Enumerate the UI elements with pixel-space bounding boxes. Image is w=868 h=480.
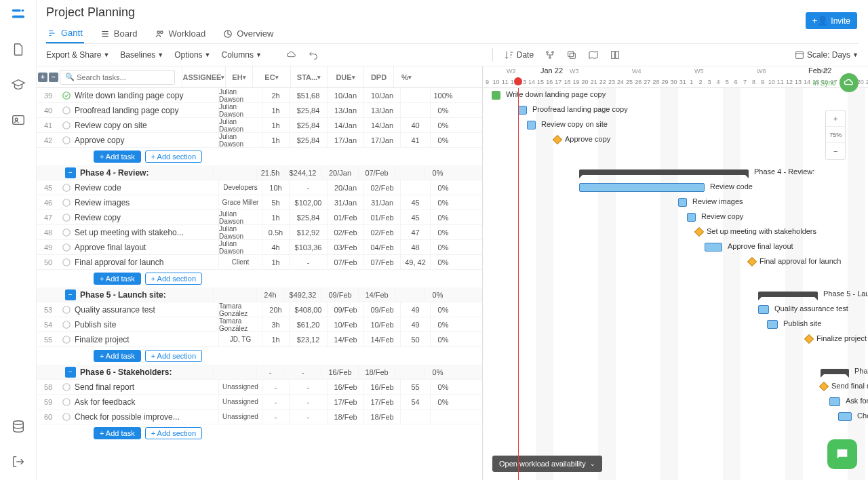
- task-status-icon[interactable]: [60, 320, 73, 329]
- gantt-bar[interactable]: [838, 412, 852, 421]
- add-task-button[interactable]: + Add task: [94, 350, 141, 362]
- task-name[interactable]: Write down landing page copy: [73, 91, 218, 100]
- gantt-milestone[interactable]: [553, 135, 562, 144]
- add-task-button[interactable]: + Add task: [94, 273, 141, 285]
- export-share-menu[interactable]: Export & Share▼: [46, 50, 109, 60]
- gantt-bar[interactable]: [492, 91, 500, 100]
- task-status-icon[interactable]: [60, 183, 73, 193]
- zoom-out-button[interactable]: −: [826, 143, 845, 159]
- gantt-bar[interactable]: [687, 213, 696, 222]
- col-ec[interactable]: EC▾: [252, 66, 290, 87]
- copy-icon[interactable]: [566, 49, 577, 60]
- col-pct[interactable]: %▾: [393, 66, 419, 87]
- task-row[interactable]: 41Review copy on siteJulian Dawson1h$25,…: [37, 118, 482, 133]
- gantt-milestone[interactable]: [747, 257, 757, 266]
- task-name[interactable]: Approve final layout: [73, 243, 218, 252]
- section-row[interactable]: −Phase 6 - Stakeholders:--16/Feb18/Feb0%: [37, 365, 482, 380]
- scale-menu[interactable]: Scale: Days▼: [794, 49, 859, 60]
- task-name[interactable]: Quality assurance test: [73, 305, 218, 315]
- task-status-icon[interactable]: [60, 243, 73, 252]
- section-toggle-icon[interactable]: −: [65, 167, 76, 178]
- section-name[interactable]: Phase 4 - Review:: [79, 168, 213, 178]
- education-icon[interactable]: [11, 77, 26, 92]
- options-menu[interactable]: Options▼: [174, 50, 210, 60]
- task-status-icon[interactable]: [60, 382, 73, 392]
- task-name[interactable]: Proofread landing page copy: [73, 106, 218, 115]
- gantt-milestone[interactable]: [804, 334, 814, 344]
- workload-toggle[interactable]: Open workload availability⌄: [492, 456, 602, 472]
- expand-all-icon[interactable]: +: [38, 73, 47, 82]
- task-status-icon[interactable]: [60, 397, 73, 407]
- task-row[interactable]: 50Final approval for launchClient1h-07/F…: [37, 255, 482, 270]
- zoom-in-button[interactable]: +: [826, 111, 845, 127]
- add-task-button[interactable]: + Add task: [94, 427, 141, 439]
- add-section-button[interactable]: + Add section: [145, 350, 202, 362]
- task-row[interactable]: 53Quality assurance testTamara González2…: [37, 302, 482, 317]
- gantt-bar[interactable]: [767, 320, 778, 329]
- task-row[interactable]: 48Set up meeting with stakeho...Julian D…: [37, 225, 482, 240]
- task-name[interactable]: Review copy on site: [73, 121, 218, 130]
- col-assignee[interactable]: ASSIGNEE▾: [182, 66, 225, 87]
- task-row[interactable]: 45Review codeDevelopers10h-20/Jan02/Feb0…: [37, 180, 482, 195]
- branch-icon[interactable]: [545, 49, 555, 60]
- columns-menu[interactable]: Columns▼: [222, 50, 262, 60]
- task-name[interactable]: Publish site: [73, 320, 218, 329]
- task-row[interactable]: 42Approve copyJulian Dawson1h$25,8417/Ja…: [37, 133, 482, 148]
- task-row[interactable]: 54Publish siteTamara González3h$61,2010/…: [37, 317, 482, 332]
- gantt-bar[interactable]: [678, 198, 687, 207]
- gantt-bar[interactable]: [829, 397, 840, 406]
- task-status-icon[interactable]: [60, 121, 73, 130]
- gantt-milestone[interactable]: [819, 382, 829, 391]
- logout-icon[interactable]: [11, 454, 26, 469]
- task-row[interactable]: 39Write down landing page copyJulian Daw…: [37, 88, 482, 103]
- task-name[interactable]: Review copy: [73, 213, 218, 222]
- task-name[interactable]: Finalize project: [73, 335, 218, 344]
- section-toggle-icon[interactable]: −: [65, 289, 76, 300]
- add-task-button[interactable]: + Add task: [94, 151, 141, 163]
- add-section-button[interactable]: + Add section: [145, 427, 202, 439]
- task-name[interactable]: Final approval for launch: [73, 258, 218, 267]
- tab-workload[interactable]: Workload: [154, 24, 208, 43]
- cloud-sync-icon[interactable]: [840, 73, 859, 92]
- task-row[interactable]: 46Review imagesGrace Miller5h$102,0031/J…: [37, 195, 482, 210]
- tab-overview[interactable]: Overview: [222, 24, 275, 43]
- invite-button[interactable]: +👤Invite: [806, 12, 857, 29]
- task-row[interactable]: 58Send final reportUnassigned--16/Feb16/…: [37, 380, 482, 395]
- task-status-icon[interactable]: [60, 213, 73, 222]
- task-row[interactable]: 60Check for possible improve...Unassigne…: [37, 409, 482, 424]
- task-status-icon[interactable]: [60, 258, 73, 267]
- gantt-bar[interactable]: [579, 183, 705, 192]
- add-section-button[interactable]: + Add section: [145, 273, 202, 285]
- task-name[interactable]: Send final report: [73, 382, 218, 392]
- section-name[interactable]: Phase 6 - Stakeholders:: [79, 367, 213, 377]
- undo-icon[interactable]: [308, 49, 319, 60]
- gantt-bar[interactable]: [705, 243, 722, 252]
- col-eh[interactable]: EH▾: [225, 66, 252, 87]
- tab-board[interactable]: Board: [99, 24, 139, 43]
- task-status-icon[interactable]: [60, 198, 73, 207]
- task-name[interactable]: Approve copy: [73, 136, 218, 145]
- task-status-icon[interactable]: [60, 335, 73, 344]
- add-section-button[interactable]: + Add section: [145, 151, 202, 163]
- gantt-bar[interactable]: [527, 121, 536, 129]
- document-icon[interactable]: [11, 42, 26, 57]
- task-name[interactable]: Ask for feedback: [73, 397, 218, 407]
- gantt-bar[interactable]: [518, 106, 527, 115]
- task-status-icon[interactable]: [60, 228, 73, 237]
- col-dpd[interactable]: DPD: [363, 66, 393, 87]
- app-logo[interactable]: [11, 7, 26, 22]
- gantt-section-bar[interactable]: [758, 292, 818, 297]
- task-name[interactable]: Check for possible improve...: [73, 412, 218, 422]
- task-name[interactable]: Review images: [73, 198, 218, 207]
- task-status-icon[interactable]: [60, 412, 73, 422]
- search-input[interactable]: [60, 70, 175, 85]
- task-row[interactable]: 59Ask for feedbackUnassigned--17/Feb17/F…: [37, 395, 482, 409]
- collapse-all-icon[interactable]: −: [49, 73, 58, 82]
- task-name[interactable]: Review code: [73, 183, 218, 193]
- task-row[interactable]: 49Approve final layoutJulian Dawson4h$10…: [37, 240, 482, 255]
- gantt-section-bar[interactable]: [579, 169, 749, 175]
- section-row[interactable]: −Phase 4 - Review:21.5h$244,1220/Jan07/F…: [37, 165, 482, 180]
- chat-fab[interactable]: [827, 439, 857, 469]
- section-toggle-icon[interactable]: −: [65, 367, 76, 378]
- task-status-icon[interactable]: [60, 91, 73, 100]
